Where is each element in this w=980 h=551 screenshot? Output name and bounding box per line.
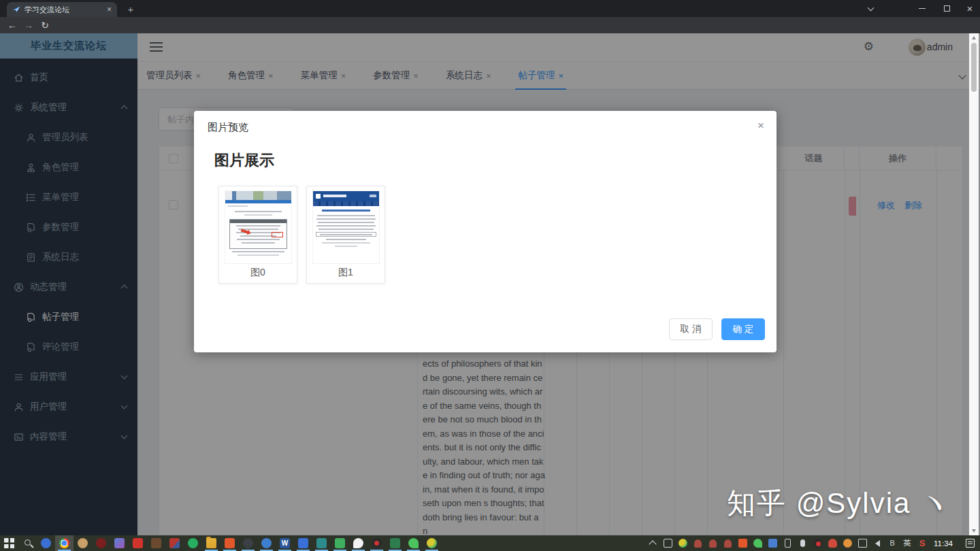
word-icon: W: [280, 538, 290, 548]
search-icon: [24, 539, 31, 546]
minimize-icon: [919, 8, 926, 10]
taskbar-app-archive[interactable]: [147, 535, 165, 551]
tab-close-icon[interactable]: ×: [107, 5, 112, 14]
taskbar-clock[interactable]: 11:34: [930, 539, 960, 548]
image-label: 图0: [219, 267, 297, 279]
record-icon: [372, 538, 382, 548]
globe-icon: [427, 538, 437, 548]
back-button[interactable]: ←: [5, 19, 19, 31]
taskbar-app-teal[interactable]: [312, 535, 331, 551]
taskbar-app-chrome[interactable]: [55, 535, 74, 551]
taskbar-app-music[interactable]: [239, 535, 257, 551]
reload-button[interactable]: ↻: [38, 19, 52, 31]
tray-microphone[interactable]: [795, 535, 810, 551]
tray-app-figure-1[interactable]: [690, 535, 705, 551]
taskbar-remote-monitor[interactable]: [294, 535, 312, 551]
tray-hidden-icons[interactable]: [645, 535, 660, 551]
taskbar-search-button[interactable]: [18, 535, 37, 551]
taskbar-app-recorder[interactable]: [92, 535, 110, 551]
tray-volume[interactable]: [870, 535, 885, 551]
thumbnail-image-1[interactable]: [312, 190, 380, 264]
taskbar-app-tan[interactable]: [74, 535, 92, 551]
taskbar-globe-browser[interactable]: [423, 535, 441, 551]
taskbar-wechat[interactable]: [404, 535, 423, 551]
new-tab-button[interactable]: +: [125, 4, 136, 15]
taskbar-excel[interactable]: [386, 535, 404, 551]
tray-password-key[interactable]: [840, 535, 855, 551]
chevron-up-icon: [649, 540, 656, 548]
browser-tab-strip: 学习交流论坛 × + ×: [0, 0, 980, 17]
thumb1-navbar: [313, 201, 379, 206]
site-favicon-icon: [12, 5, 20, 14]
tray-wechat[interactable]: [750, 535, 765, 551]
forward-button[interactable]: →: [22, 19, 35, 31]
dialog-close-icon[interactable]: ×: [757, 120, 764, 131]
taskbar-app-paint[interactable]: [165, 535, 184, 551]
notification-icon: [966, 539, 975, 548]
thumb0-banner: [225, 191, 291, 200]
tray-sogou[interactable]: S: [915, 535, 930, 551]
camera-icon: [768, 539, 777, 548]
chevron-down-icon: [867, 4, 874, 11]
taskbar-app-orange[interactable]: [220, 535, 239, 551]
taskbar: W B 英 S 11:34: [0, 535, 980, 551]
image-card-0[interactable]: 图0: [218, 186, 297, 284]
photos-icon: [114, 538, 125, 548]
cancel-button[interactable]: 取 消: [669, 318, 713, 340]
tray-usb[interactable]: [780, 535, 795, 551]
browser-tab[interactable]: 学习交流论坛 ×: [7, 2, 117, 17]
network-icon: [858, 539, 867, 548]
taskbar-app-photos[interactable]: [110, 535, 129, 551]
tray-link[interactable]: B: [885, 535, 900, 551]
close-icon: ×: [967, 3, 973, 14]
windows-start-icon: [4, 538, 14, 548]
taskbar-app-player[interactable]: [37, 535, 55, 551]
app-green-icon: [335, 538, 345, 548]
taskbar-chat[interactable]: [349, 535, 368, 551]
browser-tab-title: 学习交流论坛: [24, 5, 103, 15]
page-scrollbar[interactable]: [969, 33, 979, 535]
paint-icon: [169, 538, 180, 548]
taskbar-app-blue[interactable]: [257, 535, 276, 551]
minimize-button[interactable]: [911, 0, 934, 17]
figure-icon: [709, 539, 717, 548]
excel-icon: [390, 538, 400, 548]
confirm-button[interactable]: 确 定: [721, 318, 765, 340]
tray-network[interactable]: [855, 535, 870, 551]
tray-camera[interactable]: [765, 535, 780, 551]
cloud-icon: [828, 539, 837, 548]
tray-ime[interactable]: 英: [900, 535, 915, 551]
notification-center-button[interactable]: [960, 535, 980, 551]
scroll-down-arrow-icon[interactable]: [972, 529, 976, 533]
desktop-screen: 学习交流论坛 × + × ← → ↻ i localhost:8001/#/ad…: [0, 0, 980, 551]
scroll-up-arrow-icon[interactable]: [972, 36, 976, 39]
tab-search-button[interactable]: [859, 0, 882, 17]
tray-globe[interactable]: [675, 535, 690, 551]
media-player-icon: [41, 538, 51, 548]
tray-display[interactable]: [660, 535, 675, 551]
speaker-icon: [875, 540, 880, 547]
scrollbar-thumb[interactable]: [971, 43, 977, 92]
tray-record[interactable]: [810, 535, 825, 551]
taskbar-app-sync[interactable]: [184, 535, 202, 551]
tray-cloud[interactable]: [825, 535, 840, 551]
start-button[interactable]: [0, 535, 18, 551]
taskbar-app-red[interactable]: [129, 535, 147, 551]
thumbnail-image-0[interactable]: [225, 190, 292, 264]
taskbar-word[interactable]: W: [276, 535, 294, 551]
taskbar-file-explorer[interactable]: [202, 535, 220, 551]
image-label: 图1: [307, 267, 385, 279]
app-orange-icon: [738, 539, 747, 548]
tray-app-figure-3[interactable]: [720, 535, 735, 551]
window-close-button[interactable]: ×: [958, 0, 980, 17]
browser-toolbar: ← → ↻ i localhost:8001/#/admin-post ★ S …: [0, 17, 980, 33]
taskbar-app-green[interactable]: [331, 535, 349, 551]
image-card-1[interactable]: 图1: [306, 186, 385, 284]
maximize-button[interactable]: [935, 0, 958, 17]
microphone-icon: [800, 539, 805, 547]
chat-icon: [353, 538, 363, 548]
watermark: 知乎 @Sylvia ヽ: [727, 484, 950, 522]
tray-app-orange[interactable]: [735, 535, 750, 551]
taskbar-screen-record[interactable]: [368, 535, 386, 551]
tray-app-figure-2[interactable]: [705, 535, 720, 551]
